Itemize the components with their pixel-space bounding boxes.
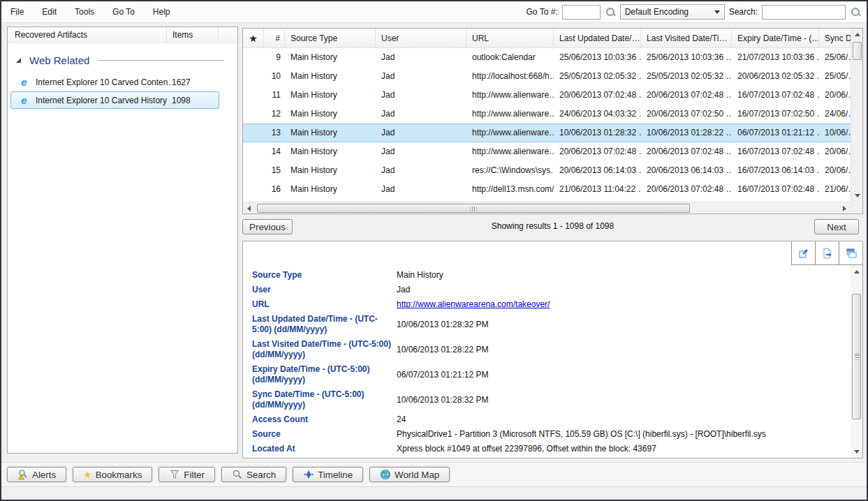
row-url: http://www.alienware… [466,86,554,105]
alerts-label: Alerts [32,470,56,480]
bookmarks-button[interactable]: ★ Bookmarks [73,467,152,482]
column-header-sync[interactable]: Sync D… [819,29,851,47]
search-input[interactable] [762,5,846,20]
row-bookmark-cell[interactable] [243,142,264,161]
row-url: http://dell13.msn.com/ [466,180,554,199]
alerts-icon: ! [17,469,29,480]
internet-explorer-icon: e [18,76,30,88]
row-source-type: Main History [285,161,376,180]
table-row[interactable]: 10 Main History Jad http://localhost:668… [243,67,851,86]
row-sync: 21/06/… [819,180,851,199]
detail-vertical-scrollbar[interactable] [851,266,862,458]
row-last-updated: 20/06/2013 06:14:03 … [554,161,641,180]
row-bookmark-cell[interactable] [243,105,264,124]
cascade-windows-button[interactable] [839,241,862,265]
menu-item-help[interactable]: Help [144,1,179,23]
sidebar-artifact-item[interactable]: e Internet Explorer 10 Carved History 10… [10,91,219,109]
detail-scroll-up-icon[interactable] [851,266,862,278]
column-header-user[interactable]: User [376,29,466,47]
column-header-url[interactable]: URL [466,29,554,47]
row-user: Jad [376,161,466,180]
detail-field-value: Main History [397,270,846,281]
detail-field: Located At Xpress block #1049 at offset … [252,442,846,456]
row-expiry: 16/07/2013 06:14:03 … [732,161,819,180]
row-bookmark-cell[interactable] [243,161,264,180]
search-button[interactable]: Search [221,467,286,482]
encoding-dropdown[interactable]: Default Encoding [620,4,725,20]
row-sync: 20/06/… [819,86,851,105]
web-related-section-header[interactable]: Web Related [16,54,230,66]
column-header-number[interactable]: # [264,29,285,47]
bookmarks-icon: ★ [83,470,92,479]
scroll-right-icon[interactable] [839,202,851,214]
search-icon[interactable] [850,6,861,17]
table-vertical-scrollbar[interactable] [851,29,862,202]
sidebar-artifact-item[interactable]: e Internet Explorer 10 Carved Conten… 16… [10,73,219,91]
scroll-down-icon[interactable] [851,190,863,202]
row-last-updated: 24/06/2013 04:03:32 … [554,105,641,124]
row-last-visited: 20/06/2013 07:02:48 … [641,142,732,161]
table-row[interactable]: 16 Main History Jad http://dell13.msn.co… [243,180,851,199]
table-horizontal-scrollbar[interactable] [243,202,851,214]
filter-button[interactable]: Filter [159,467,215,482]
table-row[interactable]: 13 Main History Jad http://www.alienware… [243,124,851,142]
sidebar-header-items: Items [166,27,218,43]
menu-item-file[interactable]: File [1,1,33,23]
table-row[interactable]: 12 Main History Jad http://www.alienware… [243,105,851,124]
next-button[interactable]: Next [814,219,859,234]
world-map-button[interactable]: World Map [369,467,450,482]
detail-toolbar [791,241,862,265]
detail-field-value: 10/06/2013 01:28:22 PM [397,345,846,355]
row-last-updated: 10/06/2013 01:28:32 … [554,124,641,142]
row-bookmark-cell[interactable] [243,124,264,142]
table-hscroll-thumb[interactable] [257,204,690,213]
detail-field-label: Expiry Date/Time - (UTC-5:00) (dd/MM/yyy… [252,364,397,385]
table-row[interactable]: 14 Main History Jad http://www.alienware… [243,142,851,161]
alerts-button[interactable]: ! Alerts [7,467,66,482]
column-header-last-updated[interactable]: Last Updated Date/… [554,29,641,47]
table-body: 9 Main History Jad outlook:Calendar 25/0… [243,48,851,199]
row-last-visited: 10/06/2013 01:28:22 … [641,124,732,142]
row-last-visited: 20/06/2013 07:02:48 … [641,86,732,105]
row-number: 11 [264,86,285,105]
bookmark-star-column-header[interactable]: ★ [243,29,264,47]
detail-field: Source PhysicalDrive1 - Partition 3 (Mic… [252,427,846,442]
table-vscroll-thumb[interactable] [853,42,862,60]
detail-vscroll-thumb[interactable] [852,294,861,419]
table-row[interactable]: 9 Main History Jad outlook:Calendar 25/0… [243,48,851,67]
table-row[interactable]: 15 Main History Jad res://C:\Windows\sys… [243,161,851,180]
column-header-expiry[interactable]: Expiry Date/Time - (… [732,29,819,47]
goto-label: Go To #: [527,7,558,17]
open-external-button[interactable] [791,241,815,265]
row-last-visited: 25/06/2013 10:03:36 … [641,48,732,67]
goto-input[interactable] [562,5,601,20]
row-bookmark-cell[interactable] [243,67,264,86]
row-bookmark-cell[interactable] [243,180,264,199]
tree-expand-icon[interactable] [16,58,21,63]
goto-search-icon[interactable] [605,6,616,17]
timeline-button[interactable]: Timeline [293,467,363,482]
row-bookmark-cell[interactable] [243,86,264,105]
detail-field-label: URL [252,299,397,310]
column-header-last-visited[interactable]: Last Visited Date/Ti… [641,29,732,47]
detail-url-link[interactable]: http://www.alienwarearena.com/takeover/ [397,299,846,310]
timeline-label: Timeline [318,470,353,480]
table-row[interactable]: 11 Main History Jad http://www.alienware… [243,86,851,105]
menu-item-tools[interactable]: Tools [66,1,103,23]
scroll-left-icon[interactable] [243,202,255,214]
row-url: outlook:Calendar [466,48,554,67]
export-record-button[interactable] [815,241,839,265]
detail-scroll-down-icon[interactable] [851,446,862,458]
search-button-label: Search [247,470,276,480]
row-bookmark-cell[interactable] [243,48,264,67]
row-source-type: Main History [285,180,376,199]
row-url: http://www.alienware… [466,105,554,124]
menu-item-go-to[interactable]: Go To [103,1,144,23]
column-header-source-type[interactable]: Source Type [285,29,376,47]
row-last-visited: 20/06/2013 07:02:48 … [641,180,732,199]
cascade-windows-icon [846,248,857,259]
menu-item-edit[interactable]: Edit [33,1,66,23]
row-last-visited: 20/06/2013 07:02:50 … [641,105,732,124]
scroll-up-icon[interactable] [851,29,863,40]
sidebar-header-artifacts: Recovered Artifacts [8,30,166,40]
